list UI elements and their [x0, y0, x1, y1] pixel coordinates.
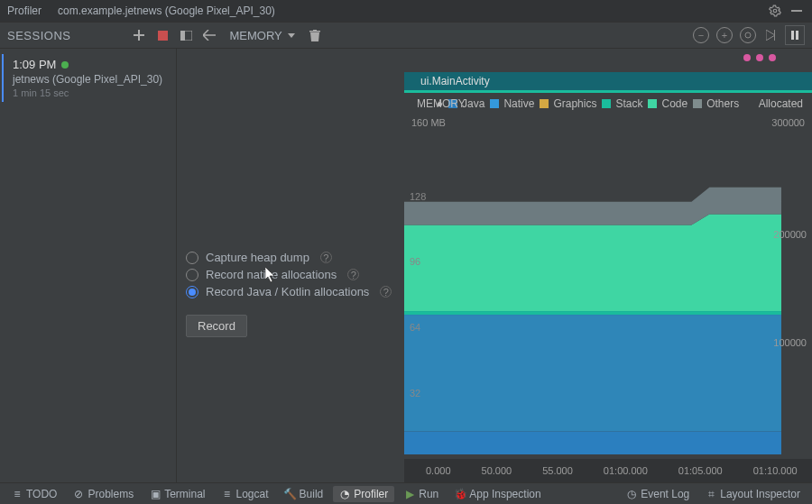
recording-config-panel: Capture heap dump ? Record native alloca… [177, 49, 404, 482]
session-duration: 1 min 15 sec [13, 87, 169, 98]
sessions-panel-icon[interactable] [179, 28, 193, 42]
go-live-icon[interactable] [763, 28, 778, 42]
tab-run[interactable]: ▶Run [398, 486, 445, 502]
tab-event-log[interactable]: ◷Event Log [620, 486, 696, 502]
radio-icon [186, 269, 198, 281]
pause-button[interactable] [785, 25, 805, 45]
status-dot-live [61, 61, 69, 69]
svg-text:32: 32 [410, 388, 420, 399]
recording-indicator [743, 54, 776, 61]
main-area: 1:09 PM jetnews (Google Pixel_API_30) 1 … [0, 49, 812, 482]
help-icon[interactable]: ? [380, 286, 392, 298]
radio-label: Capture heap dump [206, 251, 309, 264]
memory-chart[interactable]: ui.MainActivity MEMORY ● Java Native Gra… [404, 49, 812, 482]
allocated-label: Allocated [759, 97, 803, 110]
legend-code: Code [648, 97, 687, 110]
radio-native-alloc[interactable]: Record native allocations ? [186, 268, 395, 281]
svg-rect-8 [796, 31, 798, 40]
tab-problems[interactable]: ⊘Problems [67, 486, 140, 502]
stop-session-icon[interactable] [155, 28, 170, 42]
session-time: 1:09 PM [13, 58, 169, 71]
tab-logcat[interactable]: ≡Logcat [216, 486, 275, 502]
session-item[interactable]: 1:09 PM jetnews (Google Pixel_API_30) 1 … [2, 54, 176, 102]
svg-text:64: 64 [410, 322, 420, 333]
chart-legend: MEMORY ● Java Native Graphics Stack Code… [404, 97, 803, 110]
svg-rect-4 [180, 31, 185, 41]
x-axis: 0.000 50.000 55.000 01:00.000 01:05.000 … [404, 459, 812, 482]
bug-icon: 🐞 [455, 489, 466, 499]
zoom-in-button[interactable]: + [716, 27, 733, 43]
y-right-tick: 200000 [773, 229, 807, 240]
add-session-icon[interactable] [132, 28, 146, 42]
radio-icon [186, 252, 198, 264]
trash-icon[interactable] [308, 28, 322, 42]
tab-terminal[interactable]: ▣Terminal [143, 486, 211, 502]
svg-text:96: 96 [410, 256, 420, 267]
back-arrow-icon[interactable] [202, 28, 217, 42]
y-axis-left-max: 160 MB [411, 117, 446, 128]
logcat-icon: ≡ [222, 489, 233, 499]
svg-rect-10 [404, 315, 781, 431]
inspector-icon: ⌗ [706, 489, 716, 499]
title-bar: Profiler com.example.jetnews (Google Pix… [0, 0, 812, 22]
legend-others: Others [693, 97, 739, 110]
activity-label: ui.MainActivity [404, 72, 812, 90]
tab-build[interactable]: 🔨Build [279, 486, 330, 502]
chevron-down-icon [288, 33, 295, 38]
play-icon: ▶ [404, 489, 415, 499]
app-name: com.example.jetnews (Google Pixel_API_30… [58, 5, 275, 17]
svg-rect-11 [404, 311, 781, 315]
warn-icon: ⊘ [73, 489, 84, 499]
help-icon[interactable]: ? [347, 269, 359, 280]
list-icon: ≡ [12, 489, 23, 499]
toolbar: SESSIONS MEMORY − + [0, 22, 812, 49]
svg-rect-2 [158, 31, 168, 41]
metric-dropdown-value: MEMORY [229, 29, 281, 42]
gauge-icon: ◔ [339, 489, 350, 499]
tab-layout-inspector[interactable]: ⌗Layout Inspector [699, 486, 807, 502]
legend-title: MEMORY [417, 97, 466, 110]
svg-point-5 [745, 32, 751, 38]
svg-rect-6 [774, 30, 775, 41]
legend-native: Native [490, 97, 534, 110]
sessions-panel: 1:09 PM jetnews (Google Pixel_API_30) 1 … [0, 49, 177, 482]
panel-title: Profiler [7, 5, 42, 17]
y-right-tick: 100000 [773, 337, 807, 348]
svg-text:128: 128 [410, 191, 426, 202]
tab-todo[interactable]: ≡TODO [5, 486, 63, 502]
radio-icon-selected [186, 286, 198, 298]
svg-marker-12 [404, 215, 781, 311]
radio-label: Record native allocations [206, 268, 337, 281]
terminal-icon: ▣ [150, 489, 161, 499]
radio-heap-dump[interactable]: Capture heap dump ? [186, 251, 395, 264]
sessions-heading: SESSIONS [7, 29, 70, 42]
y-axis-right-max: 300000 [771, 117, 805, 128]
help-icon[interactable]: ? [320, 252, 332, 263]
svg-rect-9 [404, 431, 781, 454]
zoom-out-button[interactable]: − [693, 27, 709, 43]
radio-java-alloc[interactable]: Record Java / Kotlin allocations ? [186, 285, 395, 298]
legend-stack: Stack [602, 97, 642, 110]
zoom-reset-button[interactable] [740, 27, 756, 43]
record-button[interactable]: Record [186, 315, 247, 337]
session-name: jetnews (Google Pixel_API_30) [13, 73, 169, 86]
radio-label: Record Java / Kotlin allocations [206, 285, 369, 298]
bell-icon: ◷ [626, 489, 637, 499]
metric-dropdown[interactable]: MEMORY [229, 29, 294, 42]
minimize-icon[interactable] [789, 3, 805, 19]
hammer-icon: 🔨 [285, 489, 296, 499]
gear-icon[interactable] [767, 3, 783, 19]
tab-app-inspection[interactable]: 🐞App Inspection [448, 486, 547, 502]
chart-svg: 128 96 64 32 [404, 132, 781, 454]
svg-point-0 [773, 9, 777, 13]
svg-rect-7 [791, 31, 794, 40]
svg-rect-1 [791, 10, 802, 12]
legend-graphics: Graphics [540, 97, 596, 110]
tab-profiler[interactable]: ◔Profiler [333, 486, 394, 502]
bottom-tool-bar: ≡TODO ⊘Problems ▣Terminal ≡Logcat 🔨Build… [0, 482, 812, 504]
